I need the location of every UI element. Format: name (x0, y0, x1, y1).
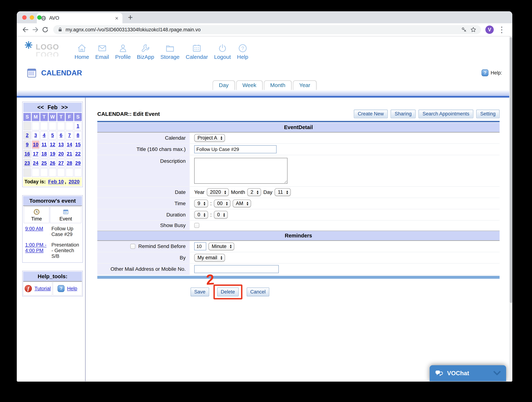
mini-cal-day-link[interactable]: 29 (75, 161, 81, 166)
nav-item-home[interactable]: Home (71, 43, 92, 60)
page-scrollbar[interactable] (509, 37, 512, 381)
mini-cal-day-cell[interactable]: 14 (66, 140, 73, 149)
mini-cal-day-cell[interactable]: 29 (74, 159, 82, 167)
prev-month-button[interactable]: << (37, 104, 44, 111)
remind-value-input[interactable] (194, 242, 206, 250)
bookmark-star-icon[interactable] (470, 26, 477, 33)
event-time-link[interactable]: 1:00 PM - 4:00 PM (25, 242, 46, 253)
calendar-select[interactable]: Project A ▲▼ (194, 134, 225, 142)
mini-cal-day-cell[interactable]: 9 (23, 140, 31, 149)
mini-cal-day-link[interactable]: 6 (60, 133, 62, 138)
next-month-button[interactable]: >> (61, 104, 68, 111)
create-new-button[interactable]: Create New (354, 110, 388, 118)
mini-cal-day-link[interactable]: 21 (67, 151, 72, 157)
delete-button[interactable]: Delete (217, 287, 239, 297)
mini-cal-day-cell[interactable]: 1 (74, 122, 82, 130)
nav-item-help[interactable]: ? Help (234, 43, 251, 60)
maximize-window-button[interactable] (37, 15, 42, 20)
setting-button[interactable]: Setting (476, 110, 500, 118)
day-select[interactable]: 11▲▼ (275, 188, 291, 196)
mini-cal-day-link[interactable]: 24 (33, 161, 38, 166)
mini-cal-day-link[interactable]: 4 (43, 133, 45, 138)
mini-cal-day-link[interactable]: 13 (58, 142, 64, 147)
tab-day[interactable]: Day (213, 80, 235, 90)
browser-menu-icon[interactable]: ⋮ (498, 26, 506, 34)
mini-cal-day-link[interactable]: 8 (76, 133, 79, 138)
mini-cal-day-link[interactable]: 18 (41, 151, 47, 157)
profile-avatar[interactable]: V (485, 25, 494, 34)
browser-tab[interactable]: AVO × (37, 13, 122, 23)
mini-cal-day-cell[interactable]: 3 (32, 131, 39, 140)
mini-cal-day-link[interactable]: 26 (50, 161, 55, 166)
mini-cal-day-cell[interactable]: 2 (23, 131, 31, 140)
nav-item-calendar[interactable]: Calendar (183, 43, 211, 60)
nav-item-profile[interactable]: Profile (112, 43, 134, 60)
mini-cal-day-cell[interactable]: 26 (49, 159, 56, 167)
mini-cal-day-cell[interactable]: 23 (23, 159, 31, 167)
ampm-select[interactable]: AM▲▼ (233, 199, 251, 207)
description-textarea[interactable] (194, 158, 287, 184)
mini-cal-day-link[interactable]: 23 (25, 161, 30, 166)
sharing-button[interactable]: Sharing (391, 110, 416, 118)
tab-year[interactable]: Year (293, 80, 317, 90)
password-key-icon[interactable] (461, 27, 467, 33)
mini-cal-day-link[interactable]: 12 (50, 142, 55, 147)
mini-cal-day-link[interactable]: 20 (58, 151, 64, 157)
mini-cal-day-cell[interactable]: 7 (66, 131, 73, 140)
duration-minutes-select[interactable]: 0▲▼ (214, 211, 228, 219)
nav-item-logout[interactable]: Logout (211, 43, 234, 60)
mini-cal-day-link[interactable]: 3 (34, 133, 37, 138)
minute-select[interactable]: 00▲▼ (214, 199, 230, 207)
scrollbar-thumb[interactable] (510, 37, 512, 303)
mini-cal-day-cell[interactable]: 25 (40, 159, 48, 167)
address-field[interactable]: my.agnx.com/-/vo/SID600313304fokiuzokcl1… (53, 25, 481, 34)
mini-cal-day-link[interactable]: 25 (41, 161, 47, 166)
cancel-button[interactable]: Cancel (247, 287, 269, 297)
close-window-button[interactable] (22, 15, 27, 20)
back-icon[interactable] (22, 26, 29, 33)
nav-item-email[interactable]: Email (92, 43, 112, 60)
mini-cal-day-link[interactable]: 7 (68, 133, 71, 138)
tab-close-icon[interactable]: × (115, 15, 118, 21)
mini-cal-day-cell[interactable]: 8 (74, 131, 82, 140)
mini-cal-day-cell[interactable]: 20 (57, 150, 65, 158)
mini-cal-day-link[interactable]: 9 (26, 142, 29, 147)
mini-cal-day-link[interactable]: 19 (50, 151, 55, 157)
chevron-down-icon[interactable] (493, 371, 501, 376)
duration-hours-select[interactable]: 0▲▼ (194, 211, 208, 219)
mini-cal-day-link[interactable]: 2 (26, 133, 29, 138)
nav-item-bizapp[interactable]: BizApp (134, 43, 157, 60)
mini-cal-day-link[interactable]: 15 (75, 142, 81, 147)
by-select[interactable]: My email▲▼ (194, 254, 225, 262)
mini-cal-day-link[interactable]: 28 (67, 161, 72, 166)
remind-unit-select[interactable]: Minute▲▼ (209, 242, 234, 250)
forward-icon[interactable] (32, 26, 39, 33)
mini-cal-day-link[interactable]: 5 (51, 133, 54, 138)
new-tab-button[interactable]: + (128, 13, 133, 21)
mini-cal-day-cell[interactable]: 27 (57, 159, 65, 167)
today-year-link[interactable]: 2020 (69, 179, 80, 185)
mini-cal-day-cell[interactable]: 17 (32, 150, 39, 158)
mini-cal-day-link[interactable]: 10 (33, 142, 38, 147)
reload-icon[interactable] (42, 26, 49, 33)
mini-cal-day-cell[interactable]: 22 (74, 150, 82, 158)
hour-select[interactable]: 9▲▼ (194, 199, 208, 207)
search-appointments-button[interactable]: Search Appointments (418, 110, 473, 118)
mini-cal-day-link[interactable]: 17 (33, 151, 38, 157)
help-link[interactable]: ? Help: (481, 69, 502, 76)
mini-cal-day-cell[interactable]: 28 (66, 159, 73, 167)
mini-cal-day-link[interactable]: 16 (25, 151, 30, 157)
mini-cal-day-cell[interactable]: 11 (40, 140, 48, 149)
mini-cal-day-cell[interactable]: 6 (57, 131, 65, 140)
tutorial-link[interactable]: Tutorial (34, 286, 51, 291)
tab-week[interactable]: Week (236, 80, 263, 90)
vochat-widget[interactable]: VOChat (430, 365, 506, 381)
mini-cal-day-cell[interactable]: 24 (32, 159, 39, 167)
mini-cal-day-link[interactable]: 11 (42, 142, 47, 147)
help-tools-link[interactable]: Help (67, 286, 77, 291)
mini-cal-day-cell[interactable]: 18 (40, 150, 48, 158)
mini-cal-day-cell[interactable]: 12 (49, 140, 56, 149)
mini-cal-day-cell[interactable]: 5 (49, 131, 56, 140)
today-date-link[interactable]: Feb 10 (48, 179, 64, 185)
mini-cal-day-cell[interactable]: 21 (66, 150, 73, 158)
